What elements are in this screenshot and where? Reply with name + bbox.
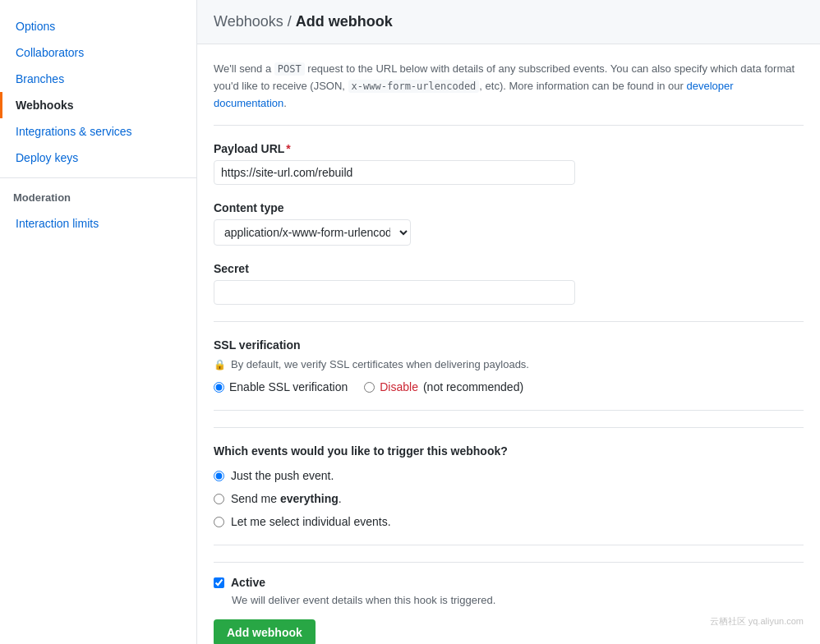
ssl-disable-note: (not recommended) — [423, 380, 523, 393]
event-push-radio[interactable] — [214, 471, 224, 481]
content-type-group: Content type application/x-www-form-urle… — [214, 201, 804, 246]
ssl-disable-label: Disable — [380, 380, 418, 393]
sidebar-item-webhooks[interactable]: Webhooks — [0, 92, 196, 118]
divider-events — [214, 410, 804, 411]
ssl-disable-option[interactable]: Disable (not recommended) — [364, 380, 523, 393]
ssl-title: SSL verification — [214, 338, 804, 352]
post-code: POST — [274, 62, 305, 76]
page-header: Webhooks / Add webhook — [197, 0, 820, 44]
content-type-label: Content type — [214, 201, 804, 214]
ssl-disable-radio[interactable] — [364, 382, 375, 393]
event-select-option[interactable]: Let me select individual events. — [214, 515, 804, 528]
ssl-radio-group: Enable SSL verification Disable (not rec… — [214, 380, 804, 393]
sidebar-item-interaction-limits[interactable]: Interaction limits — [0, 210, 196, 237]
secret-group: Secret — [214, 262, 804, 305]
event-everything-label: Send me everything. — [231, 492, 342, 505]
active-check-group: Active — [214, 576, 804, 589]
watermark: 云栖社区 yq.aliyun.com — [710, 615, 804, 628]
events-title: Which events would you like to trigger t… — [214, 444, 804, 458]
ssl-section: SSL verification 🔒 By default, we verify… — [214, 338, 804, 393]
secret-input[interactable] — [214, 280, 575, 305]
content-type-select[interactable]: application/x-www-form-urlencoded applic… — [214, 219, 411, 246]
sidebar-item-integrations[interactable]: Integrations & services — [0, 118, 196, 145]
sidebar-section-moderation: Moderation — [0, 177, 196, 210]
sidebar-item-collaborators[interactable]: Collaborators — [0, 39, 196, 66]
main-content: Webhooks / Add webhook We'll send a POST… — [197, 0, 820, 644]
ssl-note: 🔒 By default, we verify SSL certificates… — [214, 358, 804, 370]
ssl-enable-radio[interactable] — [214, 382, 224, 393]
secret-label: Secret — [214, 262, 804, 275]
active-checkbox[interactable] — [214, 577, 224, 588]
event-everything-option[interactable]: Send me everything. — [214, 492, 804, 505]
events-section: Which events would you like to trigger t… — [214, 427, 804, 528]
info-text-3: , etc). More information can be found in… — [479, 80, 686, 92]
active-section: Active We will deliver event details whe… — [214, 562, 804, 644]
event-select-radio[interactable] — [214, 517, 224, 527]
format-code: x-www-form-urlencoded — [348, 80, 480, 93]
lock-icon: 🔒 — [214, 359, 226, 370]
info-text: We'll send a POST request to the URL bel… — [214, 61, 804, 126]
sidebar: Options Collaborators Branches Webhooks … — [0, 0, 197, 644]
payload-url-label: Payload URL* — [214, 142, 804, 155]
form-body: We'll send a POST request to the URL bel… — [197, 44, 820, 644]
breadcrumb-parent: Webhooks — [214, 13, 283, 30]
event-push-option[interactable]: Just the push event. — [214, 469, 804, 482]
ssl-note-text: By default, we verify SSL certificates w… — [231, 358, 529, 370]
divider-ssl — [214, 321, 804, 322]
active-description: We will deliver event details when this … — [232, 594, 804, 606]
active-label: Active — [231, 576, 265, 589]
event-push-label: Just the push event. — [231, 469, 334, 482]
breadcrumb: Webhooks / Add webhook — [214, 13, 804, 30]
payload-url-input[interactable] — [214, 160, 575, 185]
sidebar-item-branches[interactable]: Branches — [0, 66, 196, 92]
sidebar-item-deploy-keys[interactable]: Deploy keys — [0, 145, 196, 171]
info-text-4: . — [283, 97, 287, 109]
ssl-enable-label: Enable SSL verification — [229, 380, 348, 393]
info-text-1: We'll send a — [214, 62, 274, 75]
ssl-enable-option[interactable]: Enable SSL verification — [214, 380, 348, 393]
breadcrumb-current: Add webhook — [296, 13, 393, 30]
add-webhook-button[interactable]: Add webhook — [214, 619, 316, 644]
event-everything-radio[interactable] — [214, 494, 224, 504]
required-star: * — [286, 142, 290, 155]
sidebar-item-options[interactable]: Options — [0, 13, 196, 39]
divider-active — [214, 545, 804, 545]
event-select-label: Let me select individual events. — [231, 515, 391, 528]
payload-url-group: Payload URL* — [214, 142, 804, 185]
breadcrumb-separator: / — [288, 13, 296, 30]
